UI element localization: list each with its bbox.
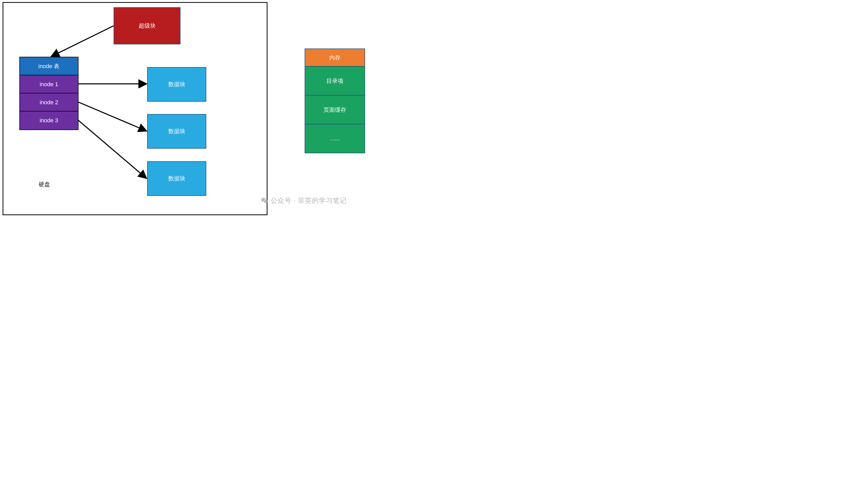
memory-header: 内存	[305, 49, 365, 67]
memory-cell-label: ......	[330, 135, 340, 142]
super-block-label: 超级块	[139, 22, 156, 30]
inode-entry: inode 1	[20, 75, 78, 94]
disk-label: 硬盘	[39, 181, 50, 188]
wechat-icon	[261, 197, 269, 205]
memory-cell: 目录项	[305, 66, 365, 96]
memory-cell: ......	[305, 124, 365, 153]
watermark: 公众号 · 菲英的学习笔记	[261, 196, 347, 205]
memory-cell-label: 目录项	[326, 77, 344, 85]
data-block-label: 数据块	[168, 175, 185, 182]
diagram-stage: 超级块 inode 表 inode 1 inode 2 inode 3 数据块 …	[0, 0, 377, 217]
inode-entry-label: inode 1	[39, 81, 58, 88]
memory-cell: 页面缓存	[305, 95, 365, 125]
inode-entry: inode 3	[20, 111, 78, 130]
data-block-label: 数据块	[168, 80, 185, 88]
data-block: 数据块	[147, 161, 206, 196]
data-block: 数据块	[147, 67, 206, 102]
super-block: 超级块	[114, 7, 180, 44]
memory-header-label: 内存	[329, 54, 340, 62]
inode-entry-label: inode 3	[39, 117, 58, 124]
inode-table-header-label: inode 表	[38, 63, 60, 70]
watermark-text: 公众号 · 菲英的学习笔记	[271, 196, 347, 205]
data-block: 数据块	[147, 114, 206, 149]
inode-entry: inode 2	[20, 93, 78, 112]
memory-cell-label: 页面缓存	[324, 106, 346, 114]
inode-entry-label: inode 2	[39, 99, 58, 106]
data-block-label: 数据块	[168, 128, 185, 135]
inode-table-header: inode 表	[20, 57, 78, 76]
